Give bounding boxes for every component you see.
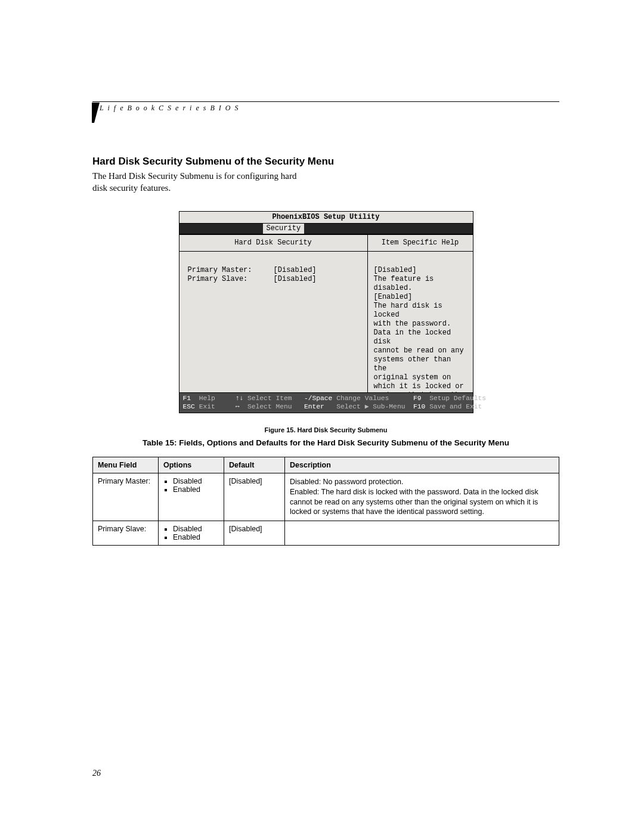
option-item: Disabled: [173, 477, 219, 485]
col-default: Default: [224, 457, 285, 473]
bios-footer: F1 Help ↑↓ Select Item -/Space Change Va…: [179, 393, 473, 413]
bios-tab-security: Security: [263, 224, 305, 234]
running-head: L i f e B o o k C S e r i e s B I O S: [92, 101, 559, 113]
figure-caption: Figure 15. Hard Disk Security Submenu: [92, 426, 559, 433]
options-table: Menu Field Options Default Description P…: [92, 457, 559, 546]
bios-field-primary-master: Primary Master: [Disabled]: [188, 266, 361, 275]
key-minus: -/Space: [304, 395, 332, 402]
key-f1-label: Help: [199, 395, 215, 402]
help-line: cannot be read on any: [374, 346, 467, 355]
help-line: with the password.: [374, 320, 467, 329]
help-line: systems other than the: [374, 355, 467, 373]
bios-left-body: Primary Master: [Disabled] Primary Slave…: [179, 252, 367, 392]
table-title: Table 15: Fields, Options and Defaults f…: [92, 438, 559, 447]
field-value: [Disabled]: [274, 266, 317, 274]
col-menu-field: Menu Field: [93, 457, 159, 473]
table-row: Primary Slave: Disabled Enabled [Disable…: [93, 521, 559, 546]
key-f9: F9: [413, 395, 422, 402]
cell-description: Disabled: No password protection. Enable…: [285, 473, 559, 521]
cell-default: [Disabled]: [224, 473, 285, 521]
help-line: The hard disk is locked: [374, 302, 467, 320]
bios-field-primary-slave: Primary Slave: [Disabled]: [188, 275, 361, 284]
arrows-leftright-icon: ↔: [236, 403, 240, 410]
table-header-row: Menu Field Options Default Description: [93, 457, 559, 473]
rule-line: [92, 101, 559, 102]
help-line: systems that have the: [374, 391, 467, 392]
key-f9-label: Setup Defaults: [429, 395, 486, 402]
col-description: Description: [285, 457, 559, 473]
cell-options: Disabled Enabled: [159, 473, 224, 521]
option-item: Enabled: [173, 533, 219, 541]
field-value: [Disabled]: [274, 275, 317, 283]
cell-description: [285, 521, 559, 546]
tab-spacer: [179, 224, 263, 234]
key-enter: Enter: [304, 403, 324, 410]
cell-default: [Disabled]: [224, 521, 285, 546]
header-wedge-icon: [92, 103, 100, 123]
option-item: Disabled: [173, 525, 219, 533]
option-item: Enabled: [173, 485, 219, 494]
bios-help-body: [Disabled] The feature is disabled. [Ena…: [368, 252, 473, 392]
field-label: Primary Slave:: [188, 275, 248, 283]
running-head-text: L i f e B o o k C S e r i e s B I O S: [92, 101, 559, 113]
bios-panes: Hard Disk Security Primary Master: [Disa…: [179, 234, 473, 393]
bios-left-column: Hard Disk Security Primary Master: [Disa…: [179, 234, 368, 392]
tab-spacer: [304, 224, 472, 234]
key-f1: F1: [183, 395, 191, 402]
bios-screenshot: PhoenixBIOS Setup Utility Security Hard …: [179, 211, 473, 413]
field-label: Primary Master:: [188, 266, 252, 274]
page-number: 26: [92, 769, 101, 778]
help-line: original system on: [374, 373, 467, 382]
key-updown-label: Select Item: [247, 395, 292, 402]
key-f10-label: Save and Exit: [429, 403, 482, 410]
col-options: Options: [159, 457, 224, 473]
help-line: which it is locked or: [374, 382, 467, 391]
key-f10: F10: [413, 403, 425, 410]
bios-left-heading: Hard Disk Security: [179, 234, 367, 252]
key-esc-label: Exit: [199, 403, 215, 410]
help-line: [Disabled]: [374, 266, 467, 275]
section-heading: Hard Disk Security Submenu of the Securi…: [92, 156, 559, 168]
key-esc: ESC: [183, 403, 195, 410]
arrows-updown-icon: ↑↓: [236, 395, 244, 402]
section-paragraph: The Hard Disk Security Submenu is for co…: [92, 170, 313, 194]
bios-right-column: Item Specific Help [Disabled] The featur…: [368, 234, 473, 392]
help-line: Data in the locked disk: [374, 329, 467, 346]
key-leftright-label: Select Menu: [247, 403, 292, 410]
cell-field: Primary Master:: [93, 473, 159, 521]
bios-title: PhoenixBIOS Setup Utility: [179, 212, 473, 224]
key-enter-label: Select ▶ Sub-Menu: [336, 403, 405, 410]
cell-field: Primary Slave:: [93, 521, 159, 546]
table-row: Primary Master: Disabled Enabled [Disabl…: [93, 473, 559, 521]
bios-tab-bar: Security: [179, 224, 473, 234]
help-line: The feature is disabled.: [374, 275, 467, 293]
bios-right-heading: Item Specific Help: [368, 234, 473, 252]
document-page: L i f e B o o k C S e r i e s B I O S Ha…: [0, 0, 644, 833]
help-line: [Enabled]: [374, 293, 467, 302]
cell-options: Disabled Enabled: [159, 521, 224, 546]
key-minus-label: Change Values: [336, 395, 389, 402]
